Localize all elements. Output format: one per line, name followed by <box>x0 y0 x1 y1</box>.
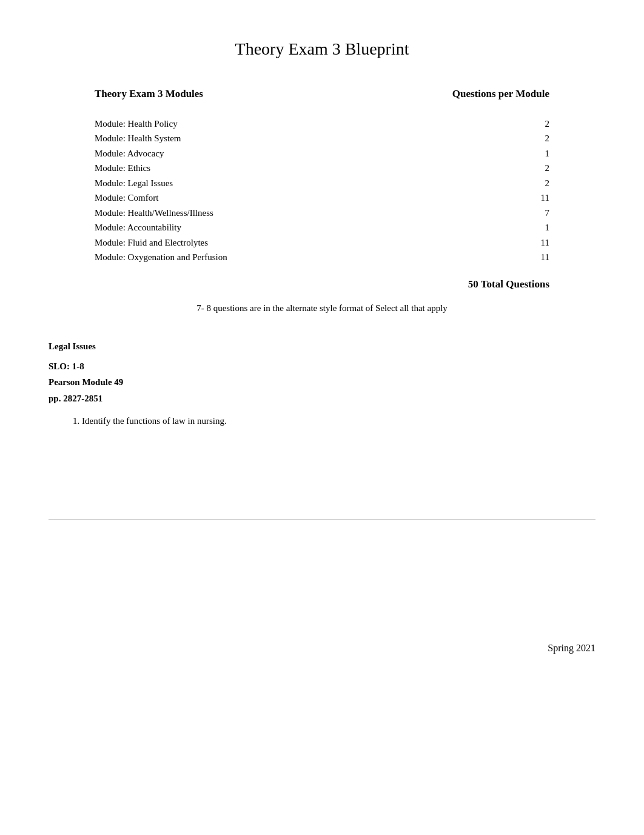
table-row: Module: Ethics2 <box>95 161 549 175</box>
col-questions-header: Questions per Module <box>391 86 550 102</box>
alternate-style-text: 7- 8 questions are in the alternate styl… <box>95 301 549 315</box>
question-count: 2 <box>391 117 550 131</box>
total-section: 50 Total Questions 7- 8 questions are in… <box>95 277 549 316</box>
table-row: Module: Health Policy2 <box>95 117 549 131</box>
blueprint-table-section: Theory Exam 3 Modules Questions per Modu… <box>49 86 595 315</box>
question-count: 1 <box>391 147 550 161</box>
table-row: Module: Health/Wellness/Illness7 <box>95 206 549 220</box>
module-name: Module: Health System <box>95 132 367 146</box>
question-count: 2 <box>391 176 550 190</box>
table-row: Module: Comfort11 <box>95 191 549 205</box>
bottom-divider <box>49 519 595 520</box>
module-name: Module: Fluid and Electrolytes <box>95 236 367 250</box>
question-count: 11 <box>391 191 550 205</box>
module-name: Module: Advocacy <box>95 147 367 161</box>
footer-text: Spring 2021 <box>548 641 595 656</box>
numbered-items-list: 1. Identify the functions of law in nurs… <box>49 414 595 428</box>
table-row: Module: Oxygenation and Perfusion11 <box>95 250 549 264</box>
module-name: Module: Ethics <box>95 161 367 175</box>
slo-label: SLO: 1-8 <box>49 360 595 374</box>
list-item: 1. Identify the functions of law in nurs… <box>73 414 595 428</box>
footer-section: Spring 2021 <box>49 641 595 656</box>
table-row: Module: Fluid and Electrolytes11 <box>95 236 549 250</box>
total-questions-label: 50 Total Questions <box>95 277 549 292</box>
table-row: Module: Health System2 <box>95 132 549 146</box>
page-title: Theory Exam 3 Blueprint <box>49 24 595 62</box>
table-rows: Module: Health Policy2Module: Health Sys… <box>95 117 549 264</box>
module-name: Module: Health Policy <box>95 117 367 131</box>
module-name: Module: Accountability <box>95 221 367 235</box>
question-count: 11 <box>391 250 550 264</box>
question-count: 2 <box>391 132 550 146</box>
question-count: 7 <box>391 206 550 220</box>
question-count: 2 <box>391 161 550 175</box>
module-name: Module: Legal Issues <box>95 176 367 190</box>
content-section: Legal Issues SLO: 1-8 Pearson Module 49 … <box>49 340 595 428</box>
pp-label: pp. 2827-2851 <box>49 392 595 406</box>
pearson-label: Pearson Module 49 <box>49 375 595 389</box>
module-name: Module: Comfort <box>95 191 367 205</box>
module-name: Module: Oxygenation and Perfusion <box>95 250 367 264</box>
col-modules-header: Theory Exam 3 Modules <box>95 86 367 102</box>
table-row: Module: Advocacy1 <box>95 147 549 161</box>
table-headers: Theory Exam 3 Modules Questions per Modu… <box>95 86 549 105</box>
question-count: 11 <box>391 236 550 250</box>
blueprint-table: Theory Exam 3 Modules Questions per Modu… <box>95 86 549 315</box>
module-name: Module: Health/Wellness/Illness <box>95 206 367 220</box>
section-heading: Legal Issues <box>49 340 595 354</box>
question-count: 1 <box>391 221 550 235</box>
table-row: Module: Legal Issues2 <box>95 176 549 190</box>
table-row: Module: Accountability1 <box>95 221 549 235</box>
